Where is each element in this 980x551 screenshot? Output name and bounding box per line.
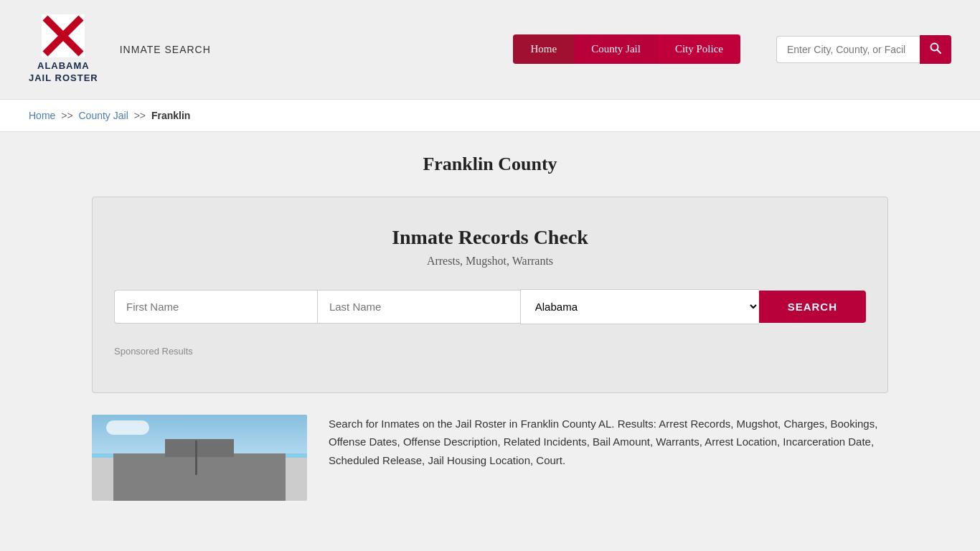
nav-city-police-button[interactable]: City Police xyxy=(658,34,740,64)
breadcrumb-bar: Home >> County Jail >> Franklin xyxy=(0,100,980,132)
records-check-subtitle: Arrests, Mugshot, Warrants xyxy=(114,255,866,268)
header-search-input[interactable] xyxy=(776,36,920,63)
search-submit-button[interactable]: SEARCH xyxy=(759,291,866,323)
nav-county-jail-button[interactable]: County Jail xyxy=(574,34,658,64)
bottom-section: Search for Inmates on the Jail Roster in… xyxy=(92,415,888,501)
description-text: Search for Inmates on the Jail Roster in… xyxy=(329,415,888,470)
records-check-title: Inmate Records Check xyxy=(114,226,866,249)
inmate-search-link[interactable]: INMATE SEARCH xyxy=(120,44,211,55)
sponsored-label: Sponsored Results xyxy=(114,346,866,357)
search-icon xyxy=(930,42,941,54)
first-name-input[interactable] xyxy=(114,290,317,324)
logo-link[interactable]: ALABAMAJAIL ROSTER xyxy=(29,14,98,85)
header-search-button[interactable] xyxy=(920,35,951,64)
main-nav: Home County Jail City Police xyxy=(513,34,740,64)
logo-text: ALABAMAJAIL ROSTER xyxy=(29,60,98,85)
main-content: Franklin County Inmate Records Check Arr… xyxy=(77,132,903,522)
breadcrumb-county-jail[interactable]: County Jail xyxy=(79,110,128,121)
nav-home-button[interactable]: Home xyxy=(513,34,574,64)
records-check-box: Inmate Records Check Arrests, Mugshot, W… xyxy=(92,197,888,393)
breadcrumb-sep-1: >> xyxy=(61,110,72,121)
header-search-area xyxy=(776,35,951,64)
state-select[interactable]: Alabama Alaska Arizona Arkansas Californ… xyxy=(520,289,759,324)
page-title: Franklin County xyxy=(92,154,888,175)
breadcrumb-sep-2: >> xyxy=(134,110,146,121)
logo-icon xyxy=(42,14,85,57)
last-name-input[interactable] xyxy=(317,290,520,324)
site-header: ALABAMAJAIL ROSTER INMATE SEARCH Home Co… xyxy=(0,0,980,100)
breadcrumb-current: Franklin xyxy=(151,110,190,121)
inmate-search-form: Alabama Alaska Arizona Arkansas Californ… xyxy=(114,289,866,324)
facility-image xyxy=(92,415,307,501)
svg-line-4 xyxy=(937,50,941,53)
breadcrumb: Home >> County Jail >> Franklin xyxy=(29,110,951,121)
breadcrumb-home[interactable]: Home xyxy=(29,110,55,121)
